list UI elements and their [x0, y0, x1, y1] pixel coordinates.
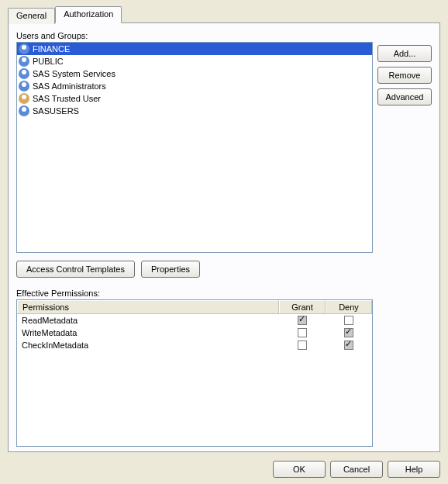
list-item-label: FINANCE [33, 44, 70, 54]
deny-checkbox[interactable] [344, 328, 353, 337]
authorization-panel: Users and Groups: FINANCEPUBLICSAS Syste… [8, 22, 440, 452]
below-list-buttons: Access Control Templates Properties [16, 261, 432, 278]
permissions-table: Permissions Grant Deny ReadMetadataWrite… [16, 299, 373, 447]
list-item[interactable]: SASUSERS [17, 105, 372, 117]
side-buttons: Add... Remove Advanced [377, 45, 432, 105]
grant-cell [279, 328, 326, 337]
dialog-footer: OK Cancel Help [273, 461, 440, 478]
grant-checkbox[interactable] [298, 316, 307, 325]
add-button[interactable]: Add... [377, 45, 432, 62]
list-item[interactable]: FINANCE [17, 43, 372, 55]
grant-checkbox[interactable] [298, 341, 307, 350]
list-item-label: SAS Administrators [33, 81, 106, 91]
deny-checkbox[interactable] [344, 341, 353, 350]
tab-general[interactable]: General [8, 8, 55, 24]
permissions-body: ReadMetadataWriteMetadataCheckInMetadata [17, 314, 372, 351]
header-deny[interactable]: Deny [326, 300, 372, 313]
tab-bar: General Authorization [8, 6, 440, 22]
table-row: CheckInMetadata [17, 339, 372, 351]
deny-cell [326, 316, 372, 325]
tab-authorization[interactable]: Authorization [55, 6, 122, 23]
permission-name: WriteMetadata [17, 328, 279, 337]
remove-button[interactable]: Remove [377, 67, 432, 84]
grant-cell [279, 316, 326, 325]
header-permissions[interactable]: Permissions [17, 300, 279, 313]
advanced-button[interactable]: Advanced [377, 88, 432, 105]
help-button[interactable]: Help [388, 461, 440, 478]
cancel-button[interactable]: Cancel [330, 461, 383, 478]
users-groups-label: Users and Groups: [16, 31, 432, 40]
grant-checkbox[interactable] [298, 328, 307, 337]
deny-checkbox[interactable] [344, 316, 353, 325]
list-item[interactable]: SAS Administrators [17, 80, 372, 92]
authorization-dialog: General Authorization Users and Groups: … [0, 0, 448, 484]
properties-button[interactable]: Properties [141, 261, 200, 278]
permission-name: CheckInMetadata [17, 341, 279, 350]
group-icon [19, 105, 29, 116]
group-icon [19, 81, 29, 92]
group-icon [19, 43, 29, 54]
list-item-label: SAS System Services [33, 69, 115, 78]
deny-cell [326, 328, 372, 337]
grant-cell [279, 341, 326, 350]
group-icon [19, 68, 29, 79]
users-groups-list[interactable]: FINANCEPUBLICSAS System ServicesSAS Admi… [16, 42, 373, 253]
access-control-templates-button[interactable]: Access Control Templates [16, 261, 135, 278]
list-item[interactable]: PUBLIC [17, 55, 372, 67]
list-item-label: PUBLIC [33, 57, 64, 66]
table-row: WriteMetadata [17, 327, 372, 339]
user-icon [19, 93, 29, 104]
list-item-label: SASUSERS [33, 106, 79, 116]
group-icon [19, 56, 29, 67]
header-grant[interactable]: Grant [279, 300, 326, 313]
permission-name: ReadMetadata [17, 316, 279, 325]
deny-cell [326, 341, 372, 350]
effective-permissions-label: Effective Permissions: [16, 289, 432, 298]
permissions-header: Permissions Grant Deny [17, 300, 372, 314]
list-item[interactable]: SAS Trusted User [17, 92, 372, 105]
list-item[interactable]: SAS System Services [17, 67, 372, 80]
table-row: ReadMetadata [17, 314, 372, 327]
list-item-label: SAS Trusted User [33, 94, 101, 103]
ok-button[interactable]: OK [273, 461, 326, 478]
